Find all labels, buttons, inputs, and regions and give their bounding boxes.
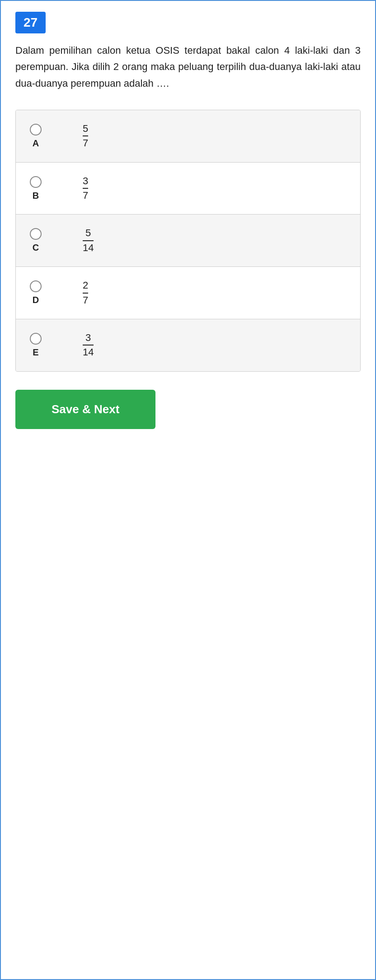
option-row-d[interactable]: D 2 7 — [16, 267, 360, 319]
fraction-d-denominator: 7 — [83, 294, 88, 306]
fraction-b-denominator: 7 — [83, 190, 88, 201]
radio-wrapper-d: D — [27, 280, 45, 305]
fraction-d-numerator: 2 — [83, 280, 88, 291]
fraction-e-line — [83, 345, 94, 345]
radio-wrapper-a: A — [27, 124, 45, 149]
radio-e[interactable] — [30, 333, 42, 345]
fraction-a-numerator: 5 — [83, 123, 88, 135]
radio-a[interactable] — [30, 124, 42, 135]
option-label-a: A — [33, 138, 39, 149]
radio-c[interactable] — [30, 228, 42, 240]
fraction-b: 3 7 — [83, 175, 88, 202]
fraction-b-numerator: 3 — [83, 175, 88, 187]
save-next-button[interactable]: Save & Next — [15, 390, 155, 429]
fraction-c-line — [83, 240, 94, 241]
fraction-c-numerator: 5 — [85, 227, 91, 239]
fraction-e: 3 14 — [83, 332, 94, 359]
fraction-e-denominator: 14 — [83, 346, 94, 358]
radio-b[interactable] — [30, 176, 42, 188]
option-label-d: D — [33, 295, 39, 305]
radio-wrapper-e: E — [27, 333, 45, 358]
page-container: 27 Dalam pemilihan calon ketua OSIS terd… — [0, 0, 376, 980]
option-row-b[interactable]: B 3 7 — [16, 163, 360, 215]
fraction-c: 5 14 — [83, 227, 94, 254]
option-row-e[interactable]: E 3 14 — [16, 319, 360, 371]
fraction-a-line — [83, 135, 88, 136]
fraction-b-line — [83, 188, 88, 189]
fraction-d-line — [83, 293, 88, 294]
options-container: A 5 7 B 3 7 C — [15, 110, 361, 372]
option-label-b: B — [33, 191, 39, 201]
option-label-c: C — [33, 243, 39, 253]
option-label-e: E — [33, 347, 38, 358]
radio-wrapper-c: C — [27, 228, 45, 253]
question-text: Dalam pemilihan calon ketua OSIS terdapa… — [15, 42, 361, 92]
option-row-c[interactable]: C 5 14 — [16, 215, 360, 267]
fraction-e-numerator: 3 — [85, 332, 91, 344]
radio-wrapper-b: B — [27, 176, 45, 201]
fraction-c-denominator: 14 — [83, 242, 94, 254]
fraction-d: 2 7 — [83, 280, 88, 306]
question-number-badge: 27 — [15, 12, 46, 33]
fraction-a-denominator: 7 — [83, 137, 88, 149]
fraction-a: 5 7 — [83, 123, 88, 149]
radio-d[interactable] — [30, 280, 42, 292]
option-row-a[interactable]: A 5 7 — [16, 110, 360, 163]
